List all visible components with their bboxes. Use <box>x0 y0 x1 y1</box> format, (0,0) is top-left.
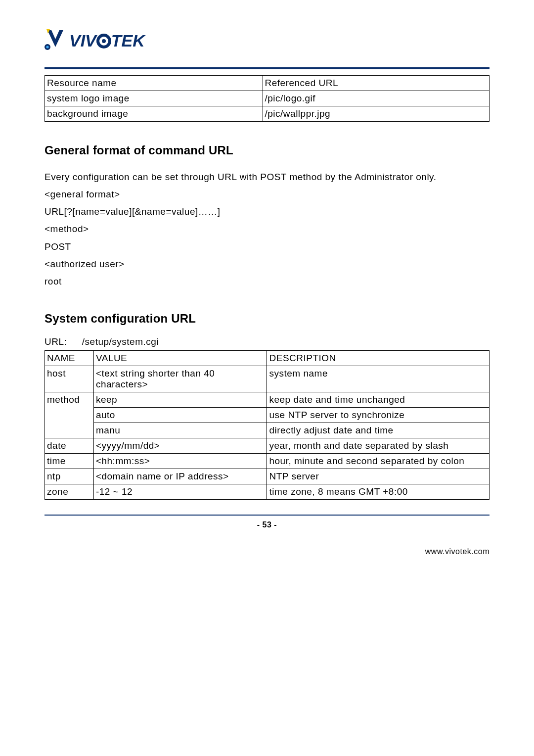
svg-point-1 <box>46 46 48 48</box>
table-row: date <yyyy/mm/dd> year, month and date s… <box>45 438 490 453</box>
table-header: VALUE <box>96 353 127 363</box>
cell-text: time zone, 8 means GMT +8:00 <box>269 486 407 497</box>
cell-text: time <box>47 456 66 466</box>
cell-text: <domain name or IP address> <box>96 471 229 481</box>
footer-url: www.vivotek.com <box>44 547 490 556</box>
code-line: POST <box>44 238 490 255</box>
code-line: root <box>44 273 490 290</box>
top-divider <box>44 67 490 69</box>
table-row: method keep keep date and time unchanged <box>45 392 490 407</box>
table-row: background image /pic/wallppr.jpg <box>45 106 490 122</box>
cell-text: /pic/logo.gif <box>265 93 316 103</box>
table-header: Referenced URL <box>265 78 339 88</box>
cell-text: /pic/wallppr.jpg <box>265 108 331 119</box>
cell-text: -12 ~ 12 <box>96 486 133 497</box>
section-heading: General format of command URL <box>44 143 490 157</box>
url-line: URL: /setup/system.cgi <box>44 336 490 347</box>
section-heading: System configuration URL <box>44 312 490 326</box>
table-header: Resource name <box>47 78 117 88</box>
cell-text: NTP server <box>269 471 319 481</box>
cell-text: year, month and date separated by slash <box>269 440 448 451</box>
logo-wordmark-text-2: TEK <box>111 31 145 50</box>
body-paragraph: Every configuration can be set through U… <box>44 168 490 186</box>
code-line: <general format> <box>44 186 490 203</box>
table-row: zone -12 ~ 12 time zone, 8 means GMT +8:… <box>45 484 490 499</box>
code-line: <method> <box>44 220 490 237</box>
cell-text: use NTP server to synchronize <box>269 410 404 420</box>
cell-text: background image <box>47 108 128 119</box>
cell-text: auto <box>96 410 115 420</box>
logo-wordmark-text: VIV <box>69 31 96 50</box>
cell-text: <text string shorter than 40 characters> <box>96 368 215 389</box>
cell-text: keep <box>96 394 117 405</box>
table-header: NAME <box>47 353 75 363</box>
cell-text: date <box>47 440 66 451</box>
cell-text: ntp <box>47 471 61 481</box>
code-line: URL[?[name=value][&name=value]……] <box>44 203 490 220</box>
table-row: time <hh:mm:ss> hour, minute and second … <box>45 453 490 469</box>
logo-o-icon <box>96 31 111 50</box>
document-page: VIV TEK Resource name Referenced URL sys… <box>0 0 534 756</box>
system-config-table: NAME VALUE DESCRIPTION host <text string… <box>44 350 490 500</box>
table-row: host <text string shorter than 40 charac… <box>45 366 490 392</box>
cell-text: method <box>47 394 80 405</box>
bottom-divider <box>44 515 490 516</box>
table-header: DESCRIPTION <box>269 353 336 363</box>
url-value: /setup/system.cgi <box>82 336 159 347</box>
resource-table: Resource name Referenced URL system logo… <box>44 75 490 122</box>
cell-text: <hh:mm:ss> <box>96 456 150 466</box>
table-row: ntp <domain name or IP address> NTP serv… <box>45 469 490 484</box>
cell-text: system logo image <box>47 93 130 103</box>
logo-wordmark: VIV TEK <box>69 31 145 50</box>
cell-text: host <box>47 368 66 378</box>
cell-text: <yyyy/mm/dd> <box>96 440 160 451</box>
table-row: Resource name Referenced URL <box>45 76 490 91</box>
table-row: NAME VALUE DESCRIPTION <box>45 350 490 366</box>
brand-logo: VIV TEK <box>44 28 490 53</box>
table-row: system logo image /pic/logo.gif <box>45 91 490 106</box>
code-line: <authorized user> <box>44 255 490 273</box>
cell-text: manu <box>96 425 121 435</box>
url-label: URL: <box>44 336 79 347</box>
code-block: <general format> URL[?[name=value][&name… <box>44 186 490 290</box>
cell-text: system name <box>269 368 327 378</box>
cell-text: keep date and time unchanged <box>269 394 405 405</box>
table-row: auto use NTP server to synchronize <box>45 407 490 423</box>
table-row: manu directly adjust date and time <box>45 423 490 438</box>
svg-point-3 <box>102 39 106 43</box>
cell-text: zone <box>47 486 68 497</box>
logo-mark-icon <box>44 28 65 53</box>
cell-text: directly adjust date and time <box>269 425 393 435</box>
page-number: - 53 - <box>44 520 490 529</box>
cell-text: hour, minute and second separated by col… <box>269 456 464 466</box>
